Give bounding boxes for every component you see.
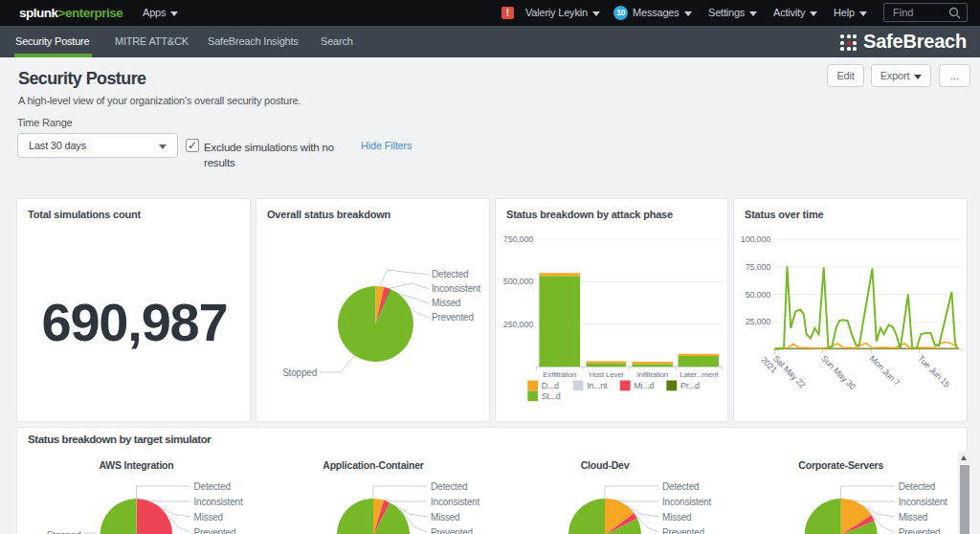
svg-text:Cloud-Dev: Cloud-Dev xyxy=(581,459,630,471)
svg-text:Mi...d: Mi...d xyxy=(634,381,654,390)
svg-text:Stopped: Stopped xyxy=(282,367,317,378)
svg-text:Inconsistent: Inconsistent xyxy=(662,497,711,507)
svg-text:25,000: 25,000 xyxy=(746,317,771,326)
svg-text:75,000: 75,000 xyxy=(746,262,771,272)
svg-text:Pr...d: Pr...d xyxy=(680,381,700,390)
svg-text:50,000: 50,000 xyxy=(746,290,771,300)
svg-text:Prevented: Prevented xyxy=(899,527,941,534)
svg-text:Detected: Detected xyxy=(431,481,467,492)
svg-text:Stopped: Stopped xyxy=(47,530,81,534)
svg-text:Mon Jun 7: Mon Jun 7 xyxy=(868,353,902,388)
svg-text:Corporate-Servers: Corporate-Servers xyxy=(798,459,883,471)
svg-text:Missed: Missed xyxy=(662,512,691,523)
svg-text:Detected: Detected xyxy=(662,481,699,492)
svg-text:Missed: Missed xyxy=(899,512,927,523)
svg-text:AWS Integration: AWS Integration xyxy=(99,459,173,471)
svg-text:Host Level: Host Level xyxy=(589,370,623,379)
svg-text:100,000: 100,000 xyxy=(741,234,770,244)
svg-text:500,000: 500,000 xyxy=(503,277,533,286)
svg-text:Prevented: Prevented xyxy=(432,312,474,323)
svg-text:Exfiltration: Exfiltration xyxy=(543,370,576,379)
svg-text:In...nt: In...nt xyxy=(587,381,608,390)
svg-text:Later...ment: Later...ment xyxy=(679,370,719,379)
svg-text:Detected: Detected xyxy=(194,481,231,492)
svg-text:Inconsistent: Inconsistent xyxy=(432,283,480,294)
svg-text:Inconsistent: Inconsistent xyxy=(899,497,947,507)
svg-text:Inconsistent: Inconsistent xyxy=(431,497,479,507)
svg-text:Application-Container: Application-Container xyxy=(323,459,424,471)
svg-text:Tue Jun 15: Tue Jun 15 xyxy=(916,353,951,389)
svg-text:Inconsistent: Inconsistent xyxy=(194,497,243,507)
svg-text:Sat May 22: Sat May 22 xyxy=(771,353,808,389)
svg-text:Missed: Missed xyxy=(194,512,223,523)
svg-text:Detected: Detected xyxy=(899,481,935,492)
svg-text:Sun May 30: Sun May 30 xyxy=(819,353,858,391)
svg-text:250,000: 250,000 xyxy=(503,320,533,329)
svg-text:Detected: Detected xyxy=(432,269,468,279)
svg-text:Infiltration: Infiltration xyxy=(637,370,668,379)
svg-text:750,000: 750,000 xyxy=(503,234,533,244)
svg-text:Prevented: Prevented xyxy=(431,527,473,534)
svg-text:Prevented: Prevented xyxy=(194,527,236,534)
svg-text:Missed: Missed xyxy=(432,298,460,308)
svg-text:D...d: D...d xyxy=(542,381,559,390)
svg-text:St...d: St...d xyxy=(542,391,561,401)
svg-text:Missed: Missed xyxy=(431,512,459,523)
svg-text:Prevented: Prevented xyxy=(662,527,704,534)
